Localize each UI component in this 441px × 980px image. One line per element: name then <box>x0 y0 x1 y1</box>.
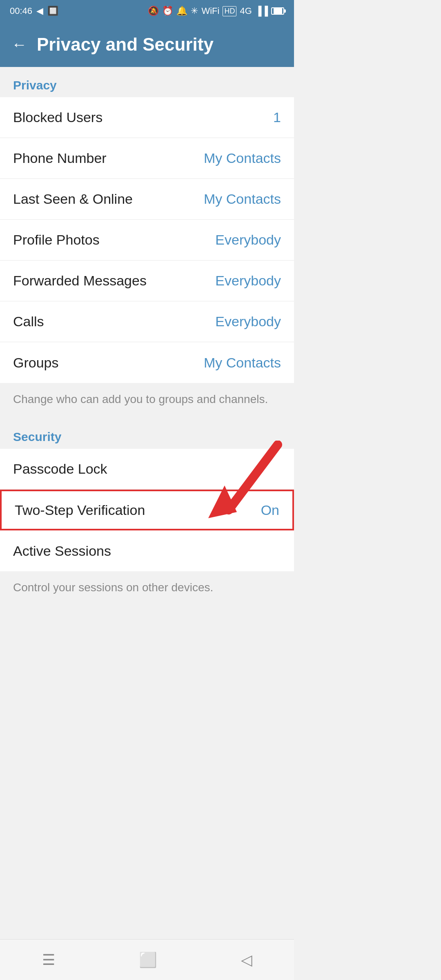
forwarded-messages-value: Everybody <box>215 273 281 289</box>
last-seen-value: My Contacts <box>204 191 281 207</box>
last-seen-label: Last Seen & Online <box>13 191 133 207</box>
bluetooth-icon: ✳ <box>191 6 198 16</box>
blocked-users-item[interactable]: Blocked Users 1 <box>0 97 294 138</box>
back-button[interactable]: ← <box>11 37 27 52</box>
location-icon: ◀ <box>36 6 43 16</box>
groups-item[interactable]: Groups My Contacts <box>0 342 294 383</box>
two-step-value: On <box>261 502 279 518</box>
two-step-verification-item[interactable]: Two-Step Verification On <box>0 490 294 530</box>
phone-number-item[interactable]: Phone Number My Contacts <box>0 138 294 179</box>
passcode-lock-item[interactable]: Passcode Lock <box>0 449 294 490</box>
active-sessions-label: Active Sessions <box>13 543 111 559</box>
page-title: Privacy and Security <box>37 34 214 55</box>
forwarded-messages-label: Forwarded Messages <box>13 273 147 289</box>
profile-photos-value: Everybody <box>215 232 281 248</box>
profile-photos-item[interactable]: Profile Photos Everybody <box>0 220 294 261</box>
mute-icon: 🔕 <box>148 6 159 16</box>
calls-item[interactable]: Calls Everybody <box>0 301 294 342</box>
phone-number-label: Phone Number <box>13 150 107 166</box>
bell-icon: 🔔 <box>176 6 187 16</box>
profile-photos-label: Profile Photos <box>13 232 100 248</box>
status-time: 00:46 <box>10 6 32 16</box>
wifi-icon: WiFi <box>201 6 219 16</box>
status-right: 🔕 ⏰ 🔔 ✳ WiFi HD 4G ▐▐ <box>148 6 284 16</box>
privacy-settings-list: Blocked Users 1 Phone Number My Contacts… <box>0 97 294 383</box>
security-section-header: Security <box>0 419 294 449</box>
passcode-lock-label: Passcode Lock <box>13 461 107 477</box>
phone-number-value: My Contacts <box>204 150 281 166</box>
active-sessions-item[interactable]: Active Sessions <box>0 530 294 571</box>
calls-label: Calls <box>13 314 44 330</box>
groups-description: Change who can add you to groups and cha… <box>0 383 294 419</box>
forwarded-messages-item[interactable]: Forwarded Messages Everybody <box>0 261 294 301</box>
battery-icon <box>271 7 284 15</box>
message-icon: 🔲 <box>47 6 58 16</box>
blocked-users-label: Blocked Users <box>13 109 102 125</box>
security-settings-list: Passcode Lock Two-Step Verification On A… <box>0 449 294 571</box>
hd-icon: HD <box>223 6 236 16</box>
blocked-users-value: 1 <box>273 109 281 125</box>
two-step-label: Two-Step Verification <box>15 502 145 518</box>
header: ← Privacy and Security <box>0 22 294 67</box>
network-icon: 4G <box>240 6 252 16</box>
last-seen-item[interactable]: Last Seen & Online My Contacts <box>0 179 294 220</box>
signal-icon: ▐▐ <box>255 6 268 16</box>
two-step-container: Two-Step Verification On <box>0 490 294 530</box>
alarm-icon: ⏰ <box>162 6 173 16</box>
sessions-description: Control your sessions on other devices. <box>0 571 294 607</box>
groups-label: Groups <box>13 355 59 371</box>
calls-value: Everybody <box>215 314 281 330</box>
privacy-section-header: Privacy <box>0 67 294 97</box>
groups-value: My Contacts <box>204 355 281 371</box>
status-bar: 00:46 ◀ 🔲 🔕 ⏰ 🔔 ✳ WiFi HD 4G ▐▐ <box>0 0 294 22</box>
status-left: 00:46 ◀ 🔲 <box>10 6 58 16</box>
